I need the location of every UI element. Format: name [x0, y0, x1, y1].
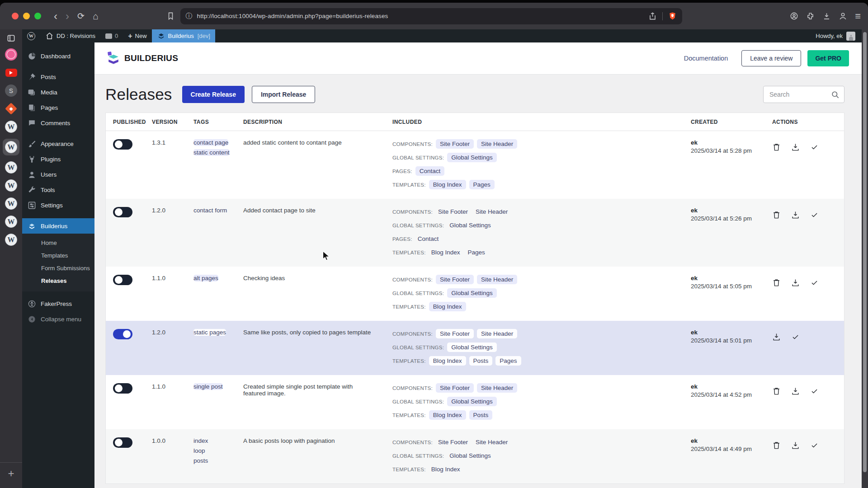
tab-favicon-wordpress-active[interactable]: W [3, 139, 19, 155]
included-chip: Site Header [477, 275, 517, 284]
url-bar[interactable]: ⓘ http://localhost:10004/wp-admin/admin.… [180, 8, 682, 24]
extensions-icon[interactable] [806, 12, 815, 20]
check-icon[interactable] [810, 387, 819, 395]
wp-logo-icon[interactable]: W [22, 29, 40, 42]
import-release-button[interactable]: Import Release [252, 86, 315, 103]
included-chip: Pages [469, 180, 495, 189]
sidebar-toggle-icon[interactable] [7, 34, 15, 42]
sidebar-item-pages[interactable]: Pages [22, 100, 94, 115]
close-window-button[interactable] [12, 13, 19, 19]
sidebar-item-posts[interactable]: Posts [22, 69, 94, 84]
sidebar-item-settings[interactable]: Settings [22, 197, 94, 213]
sidebar-item-appearance[interactable]: Appearance [22, 136, 94, 151]
back-icon[interactable]: ‹ [54, 11, 57, 22]
leave-review-button[interactable]: Leave a review [741, 50, 801, 66]
sidebar-label: Posts [41, 74, 56, 80]
admin-bar-account[interactable]: Howdy, ek [816, 32, 862, 41]
admin-bar-comments[interactable]: 0 [100, 29, 123, 42]
check-icon[interactable] [810, 278, 819, 287]
forward-icon[interactable]: › [66, 11, 69, 22]
included-chip: Blog Index [429, 465, 462, 474]
delete-icon[interactable] [772, 211, 781, 219]
tab-favicon-globe[interactable]: S [5, 84, 17, 97]
tab-favicon-wordpress[interactable]: W [5, 179, 17, 192]
tab-favicon-orange-diamond[interactable] [5, 103, 17, 115]
share-icon[interactable] [648, 12, 657, 20]
downloads-icon[interactable] [822, 12, 831, 20]
export-icon[interactable] [791, 387, 800, 395]
included-chip: Global Settings [447, 451, 493, 460]
delete-icon[interactable] [772, 441, 781, 450]
search-input[interactable] [769, 91, 831, 98]
publish-toggle-off[interactable] [113, 139, 132, 150]
submenu-item-form-submissions[interactable]: Form Submissions [22, 262, 94, 274]
sidebar-item-builderius[interactable]: Builderius [22, 218, 94, 234]
documentation-link[interactable]: Documentation [684, 55, 728, 62]
bookmark-icon[interactable] [166, 12, 175, 20]
brush-icon [27, 140, 36, 148]
tab-favicon-wordpress[interactable]: W [5, 197, 17, 210]
delete-icon[interactable] [772, 278, 781, 287]
browser-scrollbar[interactable] [862, 29, 868, 488]
scrollbar-thumb[interactable] [863, 32, 867, 472]
check-icon[interactable] [810, 441, 819, 450]
version-cell: 1.2.0 [147, 321, 189, 375]
publish-toggle-off[interactable] [113, 275, 132, 285]
plug-icon [27, 155, 36, 164]
reload-icon[interactable]: ⟳ [77, 12, 85, 20]
submenu-item-templates[interactable]: Templates [22, 249, 94, 262]
admin-bar-new[interactable]: + New [123, 29, 151, 42]
home-icon[interactable]: ⌂ [93, 11, 99, 21]
menu-icon[interactable]: ≡ [855, 10, 861, 22]
sidebar-item-comments[interactable]: Comments [22, 115, 94, 131]
create-release-button[interactable]: Create Release [182, 86, 245, 103]
export-icon[interactable] [791, 211, 800, 219]
tag-chip: alt pages [193, 275, 218, 282]
minimize-window-button[interactable] [23, 13, 30, 19]
tab-favicon-wordpress[interactable]: W [5, 161, 17, 174]
export-icon[interactable] [791, 441, 800, 450]
sidebar-item-users[interactable]: Users [22, 167, 94, 182]
export-icon[interactable] [791, 278, 800, 287]
table-row-published: 1.2.0 static pages Same like posts, only… [106, 321, 844, 375]
profile-icon[interactable] [839, 12, 847, 20]
publish-toggle-off[interactable] [113, 207, 132, 217]
included-chip: Contact [415, 234, 441, 244]
url-text[interactable]: http://localhost:10004/wp-admin/admin.ph… [197, 13, 388, 19]
tab-favicon-dribbble[interactable] [5, 48, 17, 61]
submenu-item-home[interactable]: Home [22, 236, 94, 249]
sidebar-label: Dashboard [41, 53, 71, 60]
publish-toggle-off[interactable] [113, 383, 132, 394]
publish-toggle-off[interactable] [113, 437, 132, 448]
export-icon[interactable] [772, 333, 781, 341]
tab-favicon-wordpress[interactable]: W [5, 121, 17, 133]
maximize-window-button[interactable] [34, 13, 41, 19]
profile-badge-icon[interactable] [790, 12, 798, 20]
tab-favicon-youtube[interactable] [5, 66, 17, 79]
get-pro-button[interactable]: Get PRO [807, 50, 849, 66]
brave-shield-icon[interactable] [668, 12, 677, 20]
included-label: TEMPLATES: [392, 358, 426, 364]
publish-toggle-on[interactable] [113, 329, 132, 339]
submenu-item-releases[interactable]: Releases [22, 274, 94, 287]
delete-icon[interactable] [772, 387, 781, 395]
tag-chip: posts [193, 457, 234, 464]
new-tab-button[interactable]: + [0, 462, 22, 480]
sidebar-item-dashboard[interactable]: Dashboard [22, 48, 94, 64]
check-icon[interactable] [791, 333, 800, 341]
export-icon[interactable] [791, 143, 800, 151]
search-icon[interactable] [831, 90, 840, 99]
sidebar-item-tools[interactable]: Tools [22, 182, 94, 197]
sidebar-item-fakerpress[interactable]: FakerPress [22, 296, 94, 311]
sidebar-item-media[interactable]: Media [22, 84, 94, 100]
admin-bar-site-name[interactable]: DD : Revisions [40, 29, 100, 42]
site-info-icon[interactable]: ⓘ [186, 12, 193, 20]
admin-bar-builderius-tab[interactable]: Builderius [dev] [152, 29, 215, 42]
tab-favicon-wordpress[interactable]: W [5, 216, 17, 228]
delete-icon[interactable] [772, 143, 781, 151]
check-icon[interactable] [810, 211, 819, 219]
sidebar-item-plugins[interactable]: Plugins [22, 151, 94, 167]
tab-favicon-wordpress[interactable]: W [5, 234, 17, 246]
check-icon[interactable] [810, 143, 819, 151]
sidebar-item-collapse-menu[interactable]: Collapse menu [22, 311, 94, 327]
